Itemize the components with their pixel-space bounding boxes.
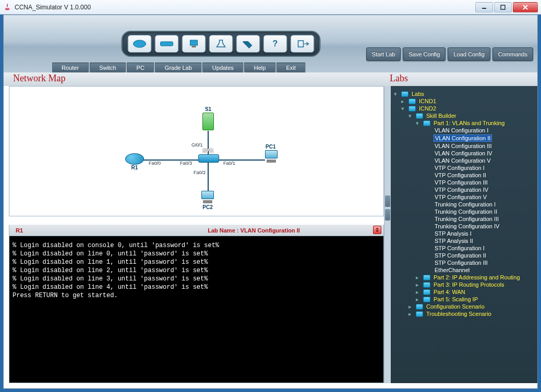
tree-label: Configuration Scenario xyxy=(425,303,486,310)
pc-icon xyxy=(264,150,279,164)
tree-label: VLAN Configuration III xyxy=(434,143,492,149)
splitter-arrow-up-icon xyxy=(385,195,390,207)
tab-help[interactable]: Help xyxy=(244,63,276,72)
dock-router-button[interactable] xyxy=(127,35,151,53)
tree-folder[interactable]: ▾Part 1: VLANs and Trunking xyxy=(393,119,533,127)
pc-icon xyxy=(200,191,215,204)
dock-help-button[interactable]: ? xyxy=(263,35,287,53)
icon-dock: ? xyxy=(121,31,320,57)
tree-leaf[interactable]: VLAN Configuration V xyxy=(393,157,533,164)
tree-leaf[interactable]: Trunking Configuration II xyxy=(393,208,533,215)
collapse-icon[interactable]: ▾ xyxy=(415,120,420,126)
splitter[interactable] xyxy=(384,86,391,383)
tree-folder[interactable]: ▸Troubleshooting Scenario xyxy=(393,310,533,317)
commands-button[interactable]: Commands xyxy=(492,47,533,61)
tree-folder[interactable]: ▾ICND2 xyxy=(393,105,533,112)
tree-leaf[interactable]: STP Configuration III xyxy=(393,259,533,266)
expand-icon[interactable]: ▸ xyxy=(407,304,413,309)
top-right-button-group: Start Lab Save Config Load Config Comman… xyxy=(366,47,533,61)
tree-folder[interactable]: ▸Part 5: Scaling IP xyxy=(393,296,533,303)
switch-icon xyxy=(198,154,219,163)
save-config-button[interactable]: Save Config xyxy=(403,47,446,61)
network-map-canvas[interactable]: R1 SW1 S1 PC1 PC2 xyxy=(9,86,384,216)
tree-folder[interactable]: ▾Labs xyxy=(393,90,533,97)
main-body: R1 SW1 S1 PC1 PC2 xyxy=(4,86,537,383)
dock-gradelab-button[interactable] xyxy=(209,35,233,53)
tree-folder[interactable]: ▸ICND1 xyxy=(393,97,533,105)
device-sw1[interactable]: SW1 xyxy=(198,154,219,163)
dock-switch-button[interactable] xyxy=(154,35,178,53)
tree-label: Trunking Configuration I xyxy=(434,201,497,207)
tree-leaf[interactable]: STP Configuration II xyxy=(393,252,533,259)
tree-leaf[interactable]: STP Analysis II xyxy=(393,237,533,244)
tree-label: Part 4: WAN xyxy=(432,289,466,295)
device-pc2[interactable]: PC2 xyxy=(200,191,215,210)
tree-label: STP Configuration III xyxy=(434,260,489,266)
tree-leaf[interactable]: EtherChannel xyxy=(393,266,533,274)
device-pc1[interactable]: PC1 xyxy=(264,150,279,164)
dock-pc-button[interactable] xyxy=(182,35,206,53)
tree-folder[interactable]: ▸Part 3: IP Routing Protocols xyxy=(393,281,533,288)
tree-folder[interactable]: ▾Skill Builder xyxy=(393,112,533,119)
tree-leaf[interactable]: Trunking Configuration I xyxy=(393,201,533,208)
splitter-arrow-down-icon xyxy=(385,209,390,220)
tab-router[interactable]: Router xyxy=(52,63,89,72)
svg-rect-3 xyxy=(190,40,197,45)
expand-icon[interactable]: ▸ xyxy=(407,311,413,316)
minimize-button[interactable] xyxy=(475,2,493,13)
tree-leaf[interactable]: STP Analysis I xyxy=(393,230,533,237)
dock-updates-button[interactable] xyxy=(236,35,260,53)
app-frame: ? Start Lab Save Config Load Config Comm… xyxy=(3,15,538,389)
load-config-button[interactable]: Load Config xyxy=(448,47,490,61)
close-button[interactable] xyxy=(513,2,538,13)
tree-folder[interactable]: ▸Part 4: WAN xyxy=(393,288,533,296)
labs-tree-pane[interactable]: ▾Labs▸ICND1▾ICND2▾Skill Builder▾Part 1: … xyxy=(391,86,537,383)
tree-leaf[interactable]: VLAN Configuration I xyxy=(393,127,533,134)
expand-icon[interactable]: ▸ xyxy=(415,282,420,287)
dock-exit-button[interactable] xyxy=(290,35,314,53)
folder-icon xyxy=(423,297,430,302)
tree-folder[interactable]: ▸Configuration Scenario xyxy=(393,303,533,310)
tree-leaf[interactable]: VTP Configuration II xyxy=(393,172,533,179)
terminal-output[interactable]: % Login disabled on console 0, until 'pa… xyxy=(9,236,384,383)
expand-icon[interactable]: ▸ xyxy=(415,289,420,295)
tab-grade-lab[interactable]: Grade Lab xyxy=(155,63,202,72)
port-label-fa02: Fa0/2 xyxy=(194,170,206,175)
tab-pc[interactable]: PC xyxy=(127,63,154,72)
exit-icon xyxy=(295,39,309,48)
tree-leaf[interactable]: Trunking Configuration III xyxy=(393,215,533,223)
tree-leaf[interactable]: VLAN Configuration IV xyxy=(393,150,533,157)
terminal-resize-grip[interactable] xyxy=(373,226,381,234)
collapse-icon[interactable]: ▾ xyxy=(400,106,405,111)
tree-label: Part 5: Scaling IP xyxy=(432,296,479,302)
tree-folder[interactable]: ▸Part 2: IP Addressing and Routing xyxy=(393,274,533,281)
folder-icon xyxy=(423,282,430,288)
tree-leaf[interactable]: VTP Configuration IV xyxy=(393,186,533,193)
tree-label: VLAN Configuration IV xyxy=(434,150,494,156)
tree-label: EtherChannel xyxy=(434,267,471,273)
device-r1[interactable]: R1 xyxy=(125,153,144,170)
folder-icon xyxy=(416,311,423,317)
folder-icon xyxy=(401,91,408,97)
tree-leaf[interactable]: VTP Configuration I xyxy=(393,164,533,172)
collapse-icon[interactable]: ▾ xyxy=(407,113,413,118)
maximize-button[interactable] xyxy=(494,2,512,13)
expand-icon[interactable]: ▸ xyxy=(415,275,420,280)
tree-leaf[interactable]: Trunking Configuration IV xyxy=(393,223,533,230)
tab-exit[interactable]: Exit xyxy=(276,63,305,72)
tree-leaf[interactable]: VTP Configuration V xyxy=(393,193,533,201)
tab-switch[interactable]: Switch xyxy=(89,63,126,72)
window-titlebar: CCNA_Simulator V 1.0.000 xyxy=(0,0,541,15)
tree-leaf[interactable]: VLAN Configuration III xyxy=(393,142,533,150)
expand-icon[interactable]: ▸ xyxy=(415,297,420,302)
svg-point-1 xyxy=(133,40,146,47)
tree-label: VTP Configuration V xyxy=(434,194,488,200)
expand-icon[interactable]: ▸ xyxy=(400,99,405,104)
tree-leaf[interactable]: VTP Configuration III xyxy=(393,179,533,186)
tree-leaf[interactable]: STP Configuration I xyxy=(393,244,533,252)
collapse-icon[interactable]: ▾ xyxy=(393,91,398,96)
tree-label: Part 1: VLANs and Trunking xyxy=(432,120,506,126)
tree-leaf[interactable]: VLAN Configuration II xyxy=(393,134,533,142)
start-lab-button[interactable]: Start Lab xyxy=(366,47,401,61)
tab-updates[interactable]: Updates xyxy=(202,63,244,72)
